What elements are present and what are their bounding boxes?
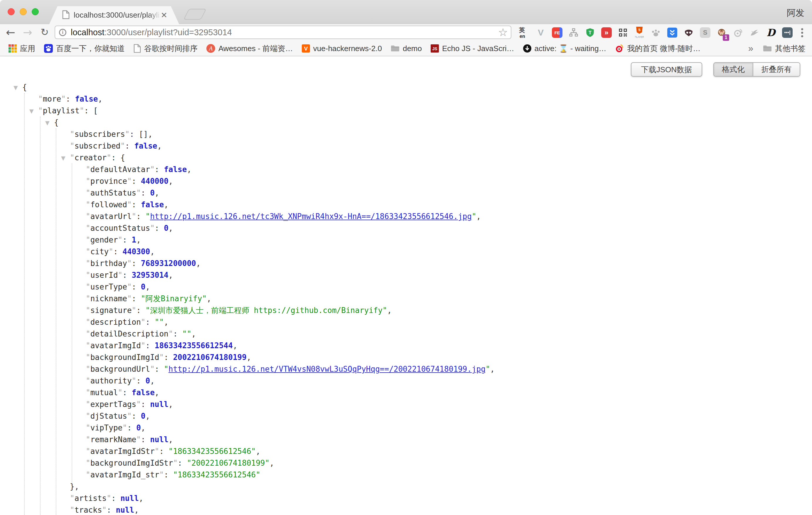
chrome-menu-icon[interactable] <box>797 27 807 38</box>
action-buttons: 下载JSON数据 格式化 折叠所有 <box>631 62 800 77</box>
json-viewer: ▼{"more": false,▼"playlist": [▼{"subscri… <box>0 81 812 515</box>
apps-grid-icon <box>8 44 17 53</box>
json-line: "accountStatus": 0, <box>0 222 812 234</box>
json-line: "subscribers": [], <box>0 128 812 140</box>
json-line: "vipType": 0, <box>0 422 812 434</box>
svg-text:5: 5 <box>638 28 640 32</box>
svg-text:V: V <box>304 46 308 52</box>
bookmarks-bar: 应用 百度一下，你就知道谷歌按时间排序AAwesomes - 前端资…Vvue-… <box>0 41 812 56</box>
json-line: "detailDescription": "", <box>0 328 812 340</box>
bookmark-label: demo <box>403 44 422 53</box>
json-line: ▼{ <box>0 81 812 93</box>
password-dots-icon[interactable]: •••| <box>779 24 795 41</box>
reload-icon[interactable]: ↻ <box>36 24 53 41</box>
html5-player-icon[interactable]: 5PLAYER <box>631 24 647 41</box>
apps-label: 应用 <box>20 44 35 54</box>
bookmark-label: Echo JS - JavaScri… <box>442 44 514 53</box>
collapse-arrow-icon[interactable]: ▼ <box>45 117 50 128</box>
page-favicon-icon <box>62 10 69 20</box>
bookmark-baidu[interactable]: 百度一下，你就知道 <box>40 44 129 54</box>
green-shield-t-icon[interactable]: T <box>582 24 598 41</box>
bookmark-echo-js[interactable]: JSEcho JS - JavaScri… <box>426 44 519 53</box>
back-icon[interactable]: ← <box>2 24 19 41</box>
paw-icon[interactable] <box>647 24 664 41</box>
d-script-icon[interactable]: D <box>763 24 779 41</box>
bookmark-demo-folder[interactable]: demo <box>386 44 426 53</box>
json-line: "avatarImgId_str": "18633423556612546" <box>0 469 812 481</box>
bookmark-google-by-time[interactable]: 谷歌按时间排序 <box>129 44 202 54</box>
folder-icon <box>391 45 400 52</box>
extension-badge: 1 <box>723 34 729 41</box>
page-content: 下载JSON数据 格式化 折叠所有 ▼{"more": false,▼"play… <box>0 57 812 515</box>
new-tab-button[interactable] <box>183 9 207 20</box>
json-line: "description": "", <box>0 316 812 328</box>
s-circle-icon[interactable]: S <box>697 24 713 41</box>
bookmark-label: 我的首页 微博-随时… <box>627 44 700 54</box>
json-line: "authority": 0, <box>0 375 812 387</box>
apps-shortcut[interactable]: 应用 <box>4 44 40 54</box>
page-info-icon[interactable]: i <box>59 29 66 36</box>
weibo-gray-icon[interactable] <box>730 24 746 41</box>
collapse-all-button[interactable]: 折叠所有 <box>753 63 800 76</box>
mask-icon[interactable] <box>680 24 697 41</box>
json-line: "subscribed": false, <box>0 140 812 152</box>
tab-title: localhost:3000/user/playlist?ui <box>74 10 161 20</box>
json-url-link[interactable]: http://p1.music.126.net/tc3Wk_XNPmwiR4hx… <box>150 212 472 221</box>
svg-text:PLAYER: PLAYER <box>635 35 644 38</box>
json-line: "province": 440000, <box>0 175 812 187</box>
tab-strip: localhost:3000/user/playlist?ui ✕ 阿发 <box>0 0 812 24</box>
json-line: "userType": 0, <box>0 281 812 293</box>
json-line: "more": false, <box>0 93 812 105</box>
json-line: "backgroundUrl": "http://p1.music.126.ne… <box>0 363 812 375</box>
hummingbird-icon[interactable] <box>746 24 763 41</box>
json-line: "gender": 1, <box>0 234 812 246</box>
vue-devtools-icon[interactable]: V <box>532 24 549 41</box>
bookmark-label: active: ⌛ - waiting… <box>534 44 607 53</box>
window-zoom-button[interactable] <box>32 8 39 15</box>
other-bookmarks[interactable]: 其他书签 <box>759 44 812 54</box>
sitemap-icon[interactable] <box>566 24 582 41</box>
fe-toolbox-icon[interactable]: FE <box>549 24 566 41</box>
download-json-button[interactable]: 下载JSON数据 <box>631 62 702 77</box>
tampermonkey-icon[interactable]: 1 <box>713 24 730 41</box>
bookmark-active-waiting[interactable]: active: ⌛ - waiting… <box>519 44 611 53</box>
window-minimize-button[interactable] <box>20 8 27 15</box>
json-line: "backgroundImgIdStr": "2002210674180199"… <box>0 457 812 469</box>
json-line: ▼{ <box>0 117 812 128</box>
qr-code-icon[interactable] <box>615 24 631 41</box>
bookmark-star-icon[interactable]: ☆ <box>498 27 508 38</box>
tab-close-icon[interactable]: ✕ <box>161 11 167 19</box>
js-icon: JS <box>431 44 439 53</box>
json-url-link[interactable]: http://p1.music.126.net/VTW4vsN08vwL3uSQ… <box>169 365 486 373</box>
json-line: "birthday": 768931200000, <box>0 258 812 269</box>
awesomes-a-icon: A <box>206 44 215 53</box>
url-path: :3000/user/playlist?uid=32953014 <box>104 28 232 37</box>
profile-name[interactable]: 阿发 <box>787 7 804 19</box>
address-bar[interactable]: i localhost:3000/user/playlist?uid=32953… <box>55 26 512 39</box>
bookmarks-overflow-icon[interactable]: » <box>743 43 759 54</box>
double-chevron-down-icon[interactable] <box>664 24 680 41</box>
bookmark-weibo-home[interactable]: 我的首页 微博-随时… <box>611 44 705 54</box>
format-button[interactable]: 格式化 <box>714 63 753 76</box>
window-close-button[interactable] <box>8 8 15 15</box>
collapse-arrow-icon[interactable]: ▼ <box>29 105 34 117</box>
bookmark-awesomes[interactable]: AAwesomes - 前端资… <box>202 44 297 54</box>
forward-icon: → <box>19 24 36 41</box>
down-circle-icon <box>523 44 531 53</box>
fast-forward-icon[interactable]: » <box>598 24 615 41</box>
bookmark-label: 百度一下，你就知道 <box>56 44 125 54</box>
baidu-paw-icon <box>44 44 53 53</box>
collapse-arrow-icon[interactable]: ▼ <box>13 82 18 93</box>
other-bookmarks-label: 其他书签 <box>775 44 806 54</box>
json-line: "remarkName": null, <box>0 434 812 446</box>
vue-v-icon: V <box>302 44 310 53</box>
collapse-arrow-icon[interactable]: ▼ <box>61 152 65 164</box>
translate-icon[interactable]: 英en <box>516 24 532 41</box>
browser-window: localhost:3000/user/playlist?ui ✕ 阿发 ← →… <box>0 0 812 515</box>
json-line: ▼"playlist": [ <box>0 105 812 117</box>
json-line: "backgroundImgId": 2002210674180199, <box>0 351 812 363</box>
url-text[interactable]: localhost:3000/user/playlist?uid=3295301… <box>71 28 232 37</box>
json-line: "avatarImgIdStr": "18633423556612546", <box>0 446 812 457</box>
bookmark-vue-hackernews[interactable]: Vvue-hackernews-2.0 <box>297 44 386 53</box>
browser-tab[interactable]: localhost:3000/user/playlist?ui ✕ <box>49 6 179 24</box>
